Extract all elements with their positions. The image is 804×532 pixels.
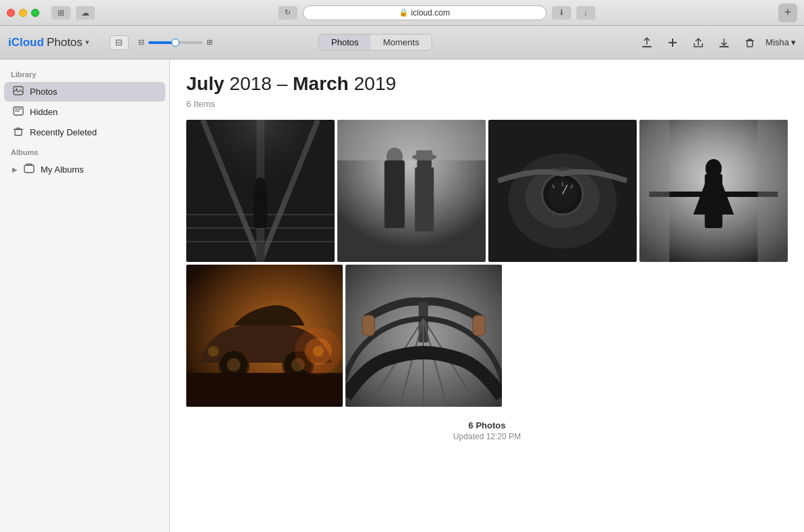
view-segmented-control: Photos Moments — [318, 34, 432, 51]
traffic-lights — [7, 9, 39, 17]
svg-rect-11 — [15, 129, 22, 135]
svg-line-17 — [261, 120, 318, 262]
photo-4[interactable] — [639, 120, 788, 262]
chevron-right-icon: ▶ — [12, 166, 18, 173]
main-layout: Library Photos Hidden Recently Deleted — [0, 60, 804, 532]
user-caret-icon: ▾ — [791, 37, 796, 47]
photo-2[interactable] — [337, 120, 486, 262]
albums-section-label: Albums — [0, 143, 169, 159]
maximize-button[interactable] — [31, 9, 39, 17]
info-button[interactable]: ℹ — [552, 6, 571, 20]
photo-row-1 — [186, 120, 788, 262]
user-menu[interactable]: Misha ▾ — [765, 37, 796, 47]
titlebar-center: ↻ 🔒 icloud.com ℹ ↓ — [100, 5, 773, 20]
sidebar-toggle-button[interactable]: ⊟ — [110, 35, 129, 50]
add-button[interactable] — [662, 35, 683, 51]
date-start-bold: July — [186, 73, 224, 94]
app-logo: iCloud Photos ▾ — [8, 36, 89, 49]
content-date-range: July 2018 – March 2019 — [186, 73, 788, 95]
svg-rect-15 — [186, 120, 335, 262]
svg-point-23 — [255, 177, 266, 191]
library-section-label: Library — [0, 65, 169, 81]
svg-point-57 — [227, 358, 240, 372]
date-year-start: 2018 – — [230, 73, 293, 94]
svg-rect-0 — [642, 46, 652, 47]
photo-6-image — [345, 265, 502, 407]
sidebar-item-my-albums[interactable]: ▶ My Albums — [4, 160, 165, 179]
photo-3-image — [488, 120, 637, 262]
svg-rect-4 — [747, 41, 753, 47]
svg-rect-43 — [488, 120, 637, 262]
share-button[interactable] — [688, 35, 708, 51]
back-button[interactable]: ↻ — [278, 6, 297, 20]
svg-rect-13 — [24, 165, 34, 173]
zoom-slider[interactable] — [148, 41, 203, 44]
zoom-out-icon[interactable]: ⊟ — [138, 38, 144, 47]
photos-icon — [12, 85, 24, 98]
sidebar-item-hidden[interactable]: Hidden — [4, 102, 165, 122]
svg-rect-50 — [758, 120, 788, 262]
sidebar-item-photos[interactable]: Photos — [4, 82, 165, 102]
svg-rect-49 — [639, 120, 670, 262]
zoom-control: ⊟ ⊞ — [138, 38, 213, 47]
zoom-in-icon[interactable]: ⊞ — [207, 38, 213, 47]
photo-5[interactable] — [186, 265, 343, 407]
close-button[interactable] — [7, 9, 15, 17]
my-albums-icon — [23, 163, 35, 176]
footer-updated: Updated 12:20 PM — [186, 432, 788, 441]
photo-3[interactable] — [488, 120, 637, 262]
footer-photos-count: 6 Photos — [186, 420, 788, 430]
upload-button[interactable] — [637, 35, 657, 51]
svg-point-48 — [706, 159, 722, 178]
logo-caret-icon[interactable]: ▾ — [85, 38, 89, 47]
download-button[interactable]: ↓ — [576, 6, 595, 20]
sidebar-my-albums-label: My Albums — [41, 164, 84, 175]
svg-point-54 — [208, 346, 219, 357]
svg-point-61 — [295, 328, 342, 375]
app-toolbar: iCloud Photos ▾ ⊟ ⊟ ⊞ Photos Moments — [0, 26, 804, 60]
photo-row-2 — [186, 265, 788, 407]
moments-tab[interactable]: Moments — [371, 35, 431, 50]
download-photos-button[interactable] — [714, 35, 734, 51]
new-tab-button[interactable]: + — [778, 3, 797, 22]
titlebar: ⊞ ☁ ↻ 🔒 icloud.com ℹ ↓ + — [0, 0, 804, 26]
sidebar: Library Photos Hidden Recently Deleted — [0, 60, 170, 532]
sidebar-hidden-label: Hidden — [30, 107, 58, 117]
svg-line-16 — [203, 120, 261, 262]
sidebar-photos-label: Photos — [30, 87, 57, 97]
photo-2-image — [337, 120, 486, 262]
svg-rect-29 — [415, 167, 434, 231]
app-area: iCloud Photos ▾ ⊟ ⊟ ⊞ Photos Moments — [0, 26, 804, 532]
svg-rect-14 — [26, 164, 32, 165]
photo-1-image — [186, 120, 335, 262]
photos-tab[interactable]: Photos — [319, 35, 371, 50]
zoom-thumb[interactable] — [171, 39, 179, 47]
svg-rect-27 — [385, 160, 405, 228]
items-count: 6 Items — [186, 99, 788, 109]
photo-4-image — [639, 120, 788, 262]
svg-rect-72 — [473, 315, 485, 336]
photo-5-image — [186, 265, 343, 407]
photo-6[interactable] — [345, 265, 502, 407]
user-name: Misha — [765, 37, 789, 47]
trash-icon — [12, 126, 24, 139]
titlebar-nav-icons: ⊞ ☁ — [51, 6, 95, 20]
photo-1[interactable] — [186, 120, 335, 262]
svg-rect-33 — [337, 120, 486, 160]
url-bar[interactable]: 🔒 icloud.com — [303, 5, 547, 20]
svg-rect-71 — [362, 315, 375, 336]
url-text: icloud.com — [411, 8, 450, 18]
date-year-end: 2019 — [349, 73, 396, 94]
minimize-button[interactable] — [19, 9, 27, 17]
svg-rect-22 — [254, 187, 268, 228]
hidden-icon — [12, 106, 24, 118]
svg-rect-3 — [719, 46, 729, 47]
delete-button[interactable] — [740, 35, 760, 51]
sidebar-icon[interactable]: ⊞ — [51, 6, 70, 20]
sidebar-item-recently-deleted[interactable]: Recently Deleted — [4, 123, 165, 142]
sidebar-recently-deleted-label: Recently Deleted — [30, 127, 97, 137]
cloud-icon[interactable]: ☁ — [76, 6, 95, 20]
svg-rect-59 — [186, 373, 343, 407]
svg-rect-24 — [186, 120, 335, 262]
content-footer: 6 Photos Updated 12:20 PM — [186, 420, 788, 441]
